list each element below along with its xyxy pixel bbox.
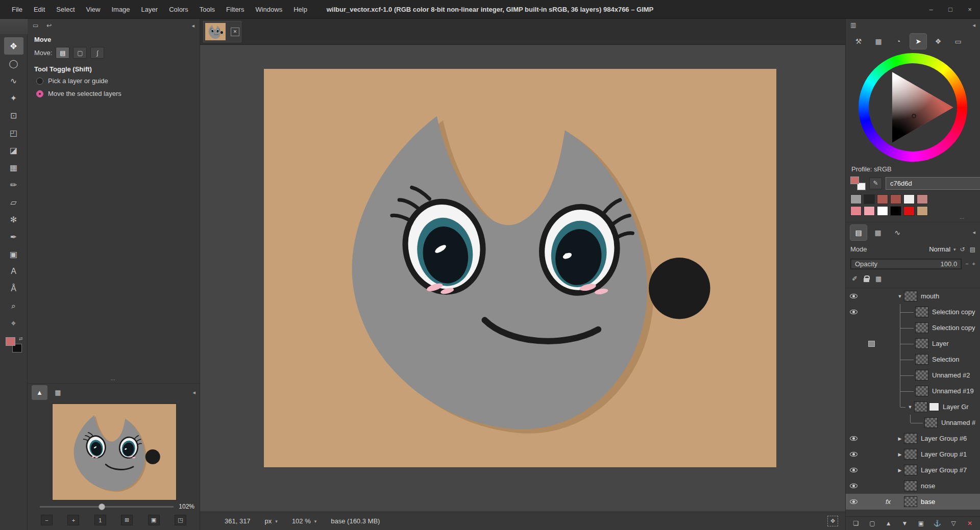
tool-text[interactable]: A bbox=[4, 263, 23, 280]
layer-effects-badge[interactable]: fx bbox=[886, 498, 891, 506]
duplicate-layer-button[interactable]: ▣ bbox=[914, 518, 927, 529]
unit-select[interactable]: px ▾ bbox=[265, 517, 278, 525]
palette-swatch[interactable] bbox=[850, 194, 862, 204]
palette-swatch[interactable] bbox=[917, 194, 928, 204]
visibility-eye-icon[interactable] bbox=[850, 484, 857, 488]
layer-row[interactable]: Selection copy bbox=[846, 320, 980, 336]
layer-thumbnail[interactable] bbox=[904, 433, 917, 444]
tool-free-select[interactable]: ∿ bbox=[4, 72, 23, 89]
tool-move[interactable]: ✥ bbox=[4, 37, 23, 55]
zoom-out-button[interactable]: − bbox=[41, 515, 53, 525]
color-selector-dot[interactable] bbox=[912, 114, 916, 118]
expand-icon[interactable]: ▶ bbox=[896, 436, 904, 441]
merge-down-button[interactable]: ▽ bbox=[947, 518, 960, 529]
layer-row[interactable]: ▶Layer Group #7 bbox=[846, 462, 980, 478]
foreground-mini-swatch[interactable] bbox=[850, 176, 859, 184]
shrink-wrap-button[interactable]: ▣ bbox=[148, 515, 160, 525]
fullscreen-button[interactable]: ◳ bbox=[175, 515, 186, 525]
zoom-slider[interactable] bbox=[40, 506, 174, 508]
menu-view[interactable]: View bbox=[81, 4, 106, 15]
visibility-eye-icon[interactable] bbox=[850, 436, 857, 441]
collapse-icon[interactable]: ▼ bbox=[896, 294, 904, 299]
opacity-slider[interactable]: Opacity 100.0 bbox=[850, 259, 962, 269]
tool-color-picker[interactable]: ⌖ bbox=[4, 315, 23, 332]
menu-filters[interactable]: Filters bbox=[220, 4, 250, 15]
expand-icon[interactable]: ▶ bbox=[896, 452, 904, 457]
menu-edit[interactable]: Edit bbox=[28, 4, 51, 15]
tool-gradient[interactable]: ▦ bbox=[4, 159, 23, 176]
layer-row[interactable]: nose bbox=[846, 478, 980, 494]
canvas-viewport[interactable] bbox=[200, 45, 845, 512]
palette-swatch[interactable] bbox=[890, 206, 901, 216]
lock-position-icon[interactable] bbox=[864, 278, 869, 282]
tool-eraser[interactable]: ▱ bbox=[4, 193, 23, 211]
layers-tab[interactable]: ▤ bbox=[850, 225, 867, 240]
new-group-button[interactable]: ▢ bbox=[866, 518, 879, 529]
layer-thumbnail[interactable] bbox=[914, 401, 927, 412]
mode-dropdown[interactable]: Normal ▾ bbox=[929, 245, 955, 253]
color-wheel[interactable] bbox=[859, 53, 967, 162]
pointer-tab[interactable]: ▲ bbox=[32, 385, 47, 400]
dock-menu-icon[interactable]: ◂ bbox=[972, 22, 975, 29]
zoom-1-1-button[interactable]: 1 bbox=[94, 515, 106, 525]
visibility-eye-icon[interactable] bbox=[850, 310, 857, 314]
zoom-select[interactable]: 102 % ▾ bbox=[292, 517, 316, 525]
canvas-image[interactable] bbox=[264, 69, 776, 467]
zoom-slider-handle[interactable] bbox=[99, 503, 105, 510]
lock-alpha-icon[interactable]: ▦ bbox=[875, 275, 881, 283]
tool-pencil[interactable]: ✏ bbox=[4, 176, 23, 193]
menu-file[interactable]: File bbox=[6, 4, 28, 15]
device-status-tab[interactable]: ⚒ bbox=[850, 34, 867, 49]
close-button[interactable]: × bbox=[966, 6, 974, 13]
images-tab[interactable]: ▭ bbox=[950, 34, 966, 49]
undo-history-tab-icon[interactable]: ↩ bbox=[46, 22, 52, 29]
visibility-eye-icon[interactable] bbox=[850, 294, 857, 298]
palette-swatch[interactable] bbox=[903, 194, 915, 204]
tool-options-tab-icon[interactable]: ▭ bbox=[33, 22, 38, 29]
move-path-button[interactable]: ∫ bbox=[90, 47, 104, 59]
radio-icon[interactable] bbox=[36, 78, 43, 85]
layer-row[interactable]: Unnamed #19 bbox=[846, 383, 980, 399]
lower-layer-button[interactable]: ▼ bbox=[898, 518, 912, 529]
palette-grip[interactable]: ⋯ bbox=[846, 216, 980, 222]
subdock-menu-icon[interactable]: ◂ bbox=[192, 389, 195, 396]
histogram-tab[interactable]: ▦ bbox=[870, 34, 887, 49]
fg-bg-mini-swatches[interactable] bbox=[850, 176, 866, 190]
visibility-eye-icon[interactable] bbox=[850, 452, 857, 457]
panel-menu-icon[interactable]: ◂ bbox=[191, 22, 194, 29]
menu-image[interactable]: Image bbox=[106, 4, 135, 15]
hex-color-input[interactable] bbox=[886, 177, 980, 190]
layer-thumbnail[interactable] bbox=[915, 386, 928, 396]
tool-zoom[interactable]: ⌕ bbox=[4, 297, 23, 315]
pointer-tab[interactable]: ➤ bbox=[910, 34, 926, 49]
navigation-preview[interactable] bbox=[53, 404, 176, 500]
visibility-eye-icon[interactable] bbox=[850, 468, 857, 472]
layer-row[interactable]: Unnamed # bbox=[846, 415, 980, 431]
move-selection-button[interactable]: ▢ bbox=[73, 47, 87, 59]
layer-thumbnail[interactable] bbox=[904, 449, 917, 460]
palette-swatch[interactable] bbox=[864, 206, 875, 216]
layers-menu-icon[interactable]: ◂ bbox=[972, 229, 975, 236]
layer-row[interactable]: ▼Layer Gr bbox=[846, 399, 980, 415]
layer-row[interactable]: ▼mouth bbox=[846, 288, 980, 304]
tool-airbrush[interactable]: ✻ bbox=[4, 211, 23, 228]
layer-thumbnail[interactable] bbox=[915, 307, 928, 317]
raise-layer-button[interactable]: ▲ bbox=[882, 518, 895, 529]
delete-layer-button[interactable]: ✕ bbox=[963, 518, 976, 529]
layer-row[interactable]: Selection bbox=[846, 351, 980, 367]
layer-thumbnail[interactable] bbox=[904, 291, 917, 301]
menu-layer[interactable]: Layer bbox=[136, 4, 164, 15]
tool-clone[interactable]: ▣ bbox=[4, 245, 23, 263]
close-image-icon[interactable]: ✕ bbox=[231, 28, 239, 36]
maximize-button[interactable]: □ bbox=[946, 6, 954, 13]
switch-mode-icon[interactable]: ↺ bbox=[960, 246, 965, 253]
group-thumbnail[interactable] bbox=[929, 402, 939, 411]
tool-fuzzy-select[interactable]: ✦ bbox=[4, 89, 23, 107]
layer-thumbnail[interactable] bbox=[904, 465, 917, 475]
palette-swatch[interactable] bbox=[864, 194, 875, 204]
layer-thumbnail[interactable] bbox=[904, 496, 917, 507]
opacity-increase-icon[interactable]: + bbox=[972, 261, 975, 267]
tool-toggle-option[interactable]: Pick a layer or guide bbox=[28, 74, 200, 87]
layer-row[interactable]: Layer bbox=[846, 336, 980, 351]
tool-ink[interactable]: ✒ bbox=[4, 228, 23, 245]
